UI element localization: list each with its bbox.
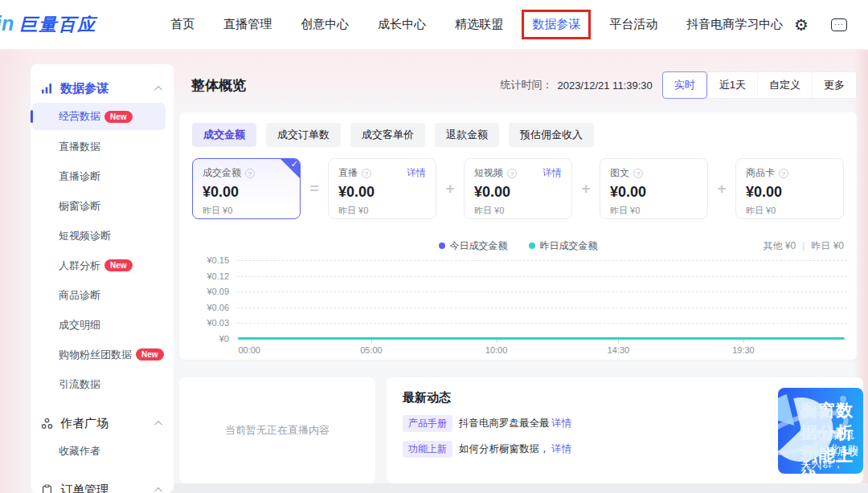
yesterday-series-line: [238, 337, 845, 340]
brand-logo[interactable]: in 巨量百应: [2, 12, 96, 37]
x-tick-label: 19:30: [732, 345, 755, 355]
y-tick: ¥0: [192, 334, 229, 344]
x-tick-mark: [743, 340, 744, 343]
sidebar-item-label: 商品诊断: [59, 288, 100, 303]
stat-card-title: 商品卡: [746, 166, 775, 180]
stat-card-value: ¥0.00: [338, 184, 426, 201]
detail-link[interactable]: 详情: [542, 166, 562, 180]
tab-avg-order-value[interactable]: 成交客单价: [350, 123, 425, 147]
sidebar-item-traffic-data[interactable]: 引流数据: [31, 369, 174, 399]
chevron-up-icon: [154, 487, 162, 493]
clipboard-icon: [41, 484, 53, 493]
news-detail-link[interactable]: 详情: [551, 442, 571, 456]
tab-estimated-commission[interactable]: 预估佣金收入: [509, 123, 594, 147]
sidebar-item-product-diagnosis[interactable]: 商品诊断: [31, 280, 174, 310]
plus-separator: +: [708, 158, 735, 219]
note-separator: |: [802, 240, 805, 251]
tab-gmv[interactable]: 成交金额: [192, 123, 256, 147]
x-tick-label: 10:00: [485, 345, 508, 355]
stat-card-value: ¥0.00: [610, 184, 698, 201]
nav-item-learning-center[interactable]: 抖音电商学习中心: [686, 17, 783, 32]
legend-label: 今日成交金额: [450, 239, 508, 253]
metric-tabs: 成交金额 成交订单数 成交客单价 退款金额 预估佣金收入: [192, 123, 594, 147]
check-icon: [291, 159, 298, 169]
legend-yesterday[interactable]: 昨日成交金额: [529, 239, 598, 253]
stat-card-live[interactable]: 直播 ? 详情 ¥0.00 昨日 ¥0: [328, 158, 436, 219]
live-status-card: 当前暂无正在直播内容: [179, 377, 375, 483]
stat-card-title: 成交金额: [203, 166, 241, 180]
settings-gear-icon[interactable]: ⚙: [794, 17, 809, 33]
stat-card-gmv[interactable]: 成交金额 ? ¥0.00 昨日 ¥0: [192, 158, 301, 219]
nav-item-growth-center[interactable]: 成长中心: [378, 17, 426, 32]
gridline: [237, 323, 847, 324]
news-item[interactable]: 产品手册 抖音电商罗盘最全最... 详情: [403, 415, 571, 432]
stat-card-product-card[interactable]: 商品卡 ? ¥0.00 昨日 ¥0: [735, 158, 844, 219]
page-title: 整体概览: [191, 76, 246, 95]
tab-refund-amount[interactable]: 退款金额: [435, 123, 499, 147]
time-button-more[interactable]: 更多: [812, 72, 856, 98]
x-tick-label: 00:00: [238, 345, 260, 355]
stat-time-value: 2023/12/21 11:39:30: [557, 79, 652, 92]
bar-chart-icon: [41, 83, 53, 95]
legend-dot-yesterday: [529, 242, 535, 249]
live-empty-text: 当前暂无正在直播内容: [225, 423, 330, 438]
news-detail-link[interactable]: 详情: [551, 417, 571, 430]
sidebar-item-label: 购物粉丝团数据: [59, 348, 132, 362]
stat-card-image-text[interactable]: 图文 ? ¥0.00 昨日 ¥0: [600, 158, 708, 219]
sidebar-item-live-data[interactable]: 直播数据: [31, 132, 174, 161]
help-icon[interactable]: ?: [245, 169, 255, 178]
gridline: [237, 308, 847, 308]
detail-link[interactable]: 详情: [407, 166, 426, 180]
x-tick-label: 05:00: [360, 345, 383, 355]
stat-card-short-video[interactable]: 短视频 ? 详情 ¥0.00 昨日 ¥0: [464, 158, 572, 219]
time-button-custom[interactable]: 自定义: [757, 72, 812, 98]
sidebar-item-audience-analysis[interactable]: 人群分析 New: [31, 251, 174, 280]
stat-card-value: ¥0.00: [474, 184, 562, 201]
sidebar-item-label: 橱窗诊断: [59, 199, 100, 214]
sidebar: 数据参谋 经营数据 New 直播数据 直播诊断 橱窗诊断 短视频诊断 人群分析 …: [31, 64, 174, 493]
news-text: 如何分析橱窗数据，...: [459, 442, 550, 456]
legend-today[interactable]: 今日成交金额: [439, 239, 508, 253]
help-icon[interactable]: ?: [362, 169, 371, 178]
nav-menu: 首页 直播管理 创意中心 成长中心 精选联盟 数据参谋 平台活动 抖音电商学习中…: [170, 17, 783, 32]
help-icon[interactable]: ?: [779, 169, 788, 178]
nav-item-live-management[interactable]: 直播管理: [223, 17, 272, 32]
help-icon[interactable]: ?: [633, 169, 643, 178]
stat-card-sub: 昨日 ¥0: [203, 205, 290, 217]
sidebar-item-fan-club-data[interactable]: 购物粉丝团数据 New: [31, 340, 174, 369]
promo-banner[interactable]: 橱窗数据分析功能上线 看清橱窗流量&转化&购买人群， 增加“睡后收入”！: [778, 388, 863, 474]
new-badge: New: [104, 111, 133, 123]
help-icon[interactable]: ?: [507, 169, 517, 178]
sidebar-item-business-data[interactable]: 经营数据 New: [32, 103, 166, 130]
chevron-up-icon: [154, 420, 162, 428]
nav-item-data-advisor[interactable]: 数据参谋: [532, 17, 580, 31]
sidebar-section-order-management[interactable]: 订单管理: [31, 477, 174, 493]
nav-item-creative-center[interactable]: 创意中心: [301, 17, 349, 32]
legend-dot-today: [439, 242, 445, 249]
nav-item-platform-activity[interactable]: 平台活动: [609, 17, 657, 32]
sidebar-item-showcase-diagnosis[interactable]: 橱窗诊断: [31, 191, 174, 221]
nav-item-selected-alliance[interactable]: 精选联盟: [455, 17, 503, 32]
sidebar-section-data-advisor[interactable]: 数据参谋: [31, 75, 174, 101]
stat-card-title: 短视频: [474, 166, 503, 180]
sidebar-item-label: 直播数据: [59, 140, 100, 154]
stat-card-title: 直播: [338, 166, 358, 180]
sidebar-section-author-square[interactable]: 作者广场: [31, 410, 174, 436]
nav-icon-group: ⚙ ···: [794, 17, 868, 33]
y-tick: ¥0.06: [192, 303, 229, 312]
sidebar-item-transaction-details[interactable]: 成交明细: [31, 310, 174, 340]
news-card: 最新动态 产品手册 抖音电商罗盘最全最... 详情 功能上新 如何分析橱窗数据，…: [387, 377, 863, 483]
app-root: in 巨量百应 首页 直播管理 创意中心 成长中心 精选联盟 数据参谋 平台活动…: [0, 0, 868, 493]
sidebar-item-short-video-diagnosis[interactable]: 短视频诊断: [31, 221, 174, 251]
message-bubble-icon[interactable]: ···: [831, 18, 847, 31]
sidebar-item-live-diagnosis[interactable]: 直播诊断: [31, 161, 174, 191]
stat-card-title: 图文: [610, 166, 629, 180]
annotation-box: 数据参谋: [522, 10, 591, 39]
news-item[interactable]: 功能上新 如何分析橱窗数据，... 详情: [403, 441, 571, 458]
sidebar-item-favorite-authors[interactable]: 收藏作者: [31, 436, 174, 466]
nav-item-home[interactable]: 首页: [170, 17, 194, 32]
time-button-realtime[interactable]: 实时: [662, 71, 707, 99]
time-button-last-1-day[interactable]: 近1天: [707, 72, 757, 98]
gridline: [237, 291, 847, 292]
tab-order-count[interactable]: 成交订单数: [266, 123, 341, 147]
